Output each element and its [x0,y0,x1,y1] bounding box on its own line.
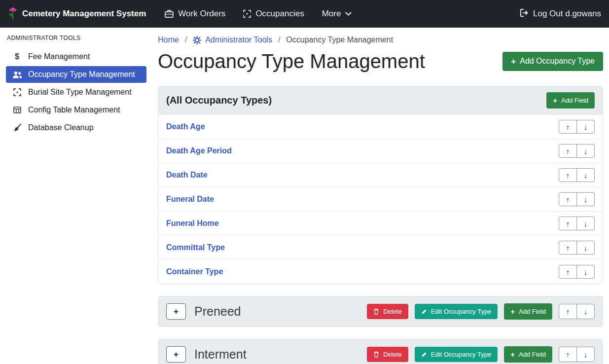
delete-button[interactable]: Delete [367,304,408,319]
page-title: Occupancy Type Management [158,49,425,73]
arrow-up-icon: ↑ [566,244,570,252]
reorder-controls: ↑ ↓ [559,347,595,362]
main-content: Home / Administrator Tools / Occupancy T… [152,28,609,364]
sidebar-item-fee-management[interactable]: $ Fee Management [6,48,146,65]
move-down-button[interactable]: ↓ [576,192,595,206]
breadcrumb-separator: / [185,36,187,44]
field-link[interactable]: Funeral Home [166,219,219,228]
move-up-button[interactable]: ↑ [559,168,577,182]
all-occupancy-types-header: (All Occupancy Types) + Add Field [158,86,603,114]
add-occupancy-type-button[interactable]: + Add Occupancy Type [502,52,603,71]
nav-occupancies[interactable]: Occupancies [243,9,304,19]
field-row: Container Type ↑ ↓ [158,259,603,284]
nav-work-orders[interactable]: Work Orders [165,9,225,19]
arrow-up-icon: ↑ [566,351,570,358]
pencil-icon [421,309,427,315]
breadcrumb-admin-tools-label: Administrator Tools [205,36,272,44]
occupancies-icon [243,10,251,18]
move-up-button[interactable]: ↑ [559,120,577,134]
field-link[interactable]: Container Type [166,267,223,276]
app-brand[interactable]: Cemetery Management System [8,6,146,21]
arrow-up-icon: ↑ [566,308,570,315]
nav-more-label: More [322,9,341,19]
add-field-label: Add Field [519,351,546,358]
edit-occupancy-type-button[interactable]: Edit Occupancy Type [415,347,498,362]
sidebar-item-database-cleanup[interactable]: Database Cleanup [6,119,146,136]
move-up-button[interactable]: ↑ [559,347,577,362]
sidebar-item-label: Config Table Management [28,106,120,114]
top-navbar: Cemetery Management System Work Orders O… [0,0,609,28]
move-up-button[interactable]: ↑ [559,192,577,206]
arrow-down-icon: ↓ [584,244,588,252]
field-row: Death Date ↑ ↓ [158,163,603,187]
arrow-down-icon: ↓ [584,123,588,131]
add-field-button[interactable]: + Add Field [504,303,552,320]
breadcrumb-admin-tools-link[interactable]: Administrator Tools [193,36,272,44]
arrow-up-icon: ↑ [566,147,570,155]
sidebar-item-occupancy-type-management[interactable]: Occupancy Type Management [6,66,146,83]
arrow-down-icon: ↓ [584,147,588,155]
move-down-button[interactable]: ↓ [576,265,595,279]
field-link[interactable]: Death Date [166,171,208,180]
edit-occupancy-type-label: Edit Occupancy Type [431,351,492,358]
arrow-down-icon: ↓ [584,220,588,227]
arrow-up-icon: ↑ [566,268,570,276]
move-down-button[interactable]: ↓ [576,304,595,319]
trash-icon [373,351,379,358]
expand-section-button[interactable]: + [166,346,186,363]
edit-occupancy-type-label: Edit Occupancy Type [431,308,492,315]
edit-occupancy-type-button[interactable]: Edit Occupancy Type [415,304,498,319]
move-up-button[interactable]: ↑ [559,217,577,230]
field-row: Funeral Home ↑ ↓ [158,211,603,235]
logout-icon [520,9,529,19]
move-down-button[interactable]: ↓ [576,144,595,158]
move-down-button[interactable]: ↓ [576,347,595,362]
section-actions: Delete Edit Occupancy Type + Add Field ↑ [367,303,595,320]
breadcrumb-home-link[interactable]: Home [158,36,179,44]
plus-icon: + [510,308,515,315]
occupancy-type-section-preneed: + Preneed Delete [158,296,603,327]
move-down-button[interactable]: ↓ [576,241,595,255]
breadcrumb: Home / Administrator Tools / Occupancy T… [158,36,603,44]
add-field-button[interactable]: + Add Field [504,346,552,363]
field-link[interactable]: Death Age [166,122,205,131]
nav-more[interactable]: More [322,9,352,19]
sidebar-item-burial-site-type-management[interactable]: Burial Site Type Management [6,84,146,101]
move-up-button[interactable]: ↑ [559,265,577,279]
dollar-icon: $ [11,52,23,61]
reorder-controls: ↑ ↓ [559,120,595,134]
field-link[interactable]: Death Age Period [166,146,232,155]
move-up-button[interactable]: ↑ [559,304,577,319]
arrow-down-icon: ↓ [584,308,588,315]
move-up-button[interactable]: ↑ [559,241,577,255]
logout-button[interactable]: Log Out d.gowans [520,9,601,19]
sidebar-item-label: Burial Site Type Management [28,88,132,97]
section-title: Preneed [194,304,241,319]
sidebar-item-label: Fee Management [28,52,90,61]
move-down-button[interactable]: ↓ [576,120,595,134]
all-occupancy-types-card: (All Occupancy Types) + Add Field Death … [158,86,603,284]
occupancy-type-section-interment: + Interment Delete [158,339,603,364]
trash-icon [373,308,379,315]
breadcrumb-separator: / [278,36,280,44]
delete-label: Delete [383,351,402,358]
arrow-down-icon: ↓ [584,268,588,276]
expand-section-button[interactable]: + [166,303,186,320]
move-down-button[interactable]: ↓ [576,168,595,182]
field-row: Committal Type ↑ ↓ [158,235,603,259]
delete-button[interactable]: Delete [367,347,408,362]
move-up-button[interactable]: ↑ [559,144,577,158]
section-actions: Delete Edit Occupancy Type + Add Field ↑ [367,346,595,363]
reorder-controls: ↑ ↓ [559,304,595,319]
sidebar: ADMINISTRATOR TOOLS $ Fee Management Occ… [0,28,152,364]
move-down-button[interactable]: ↓ [576,217,595,230]
delete-label: Delete [383,308,402,315]
sidebar-item-config-table-management[interactable]: Config Table Management [6,102,146,118]
field-link[interactable]: Committal Type [166,243,225,252]
plus-icon: + [553,97,557,104]
top-navigation: Work Orders Occupancies More [165,9,352,19]
sidebar-item-label: Database Cleanup [28,123,94,132]
field-link[interactable]: Funeral Date [166,195,214,204]
add-field-button[interactable]: + Add Field [546,92,595,109]
plus-icon: + [174,350,179,360]
